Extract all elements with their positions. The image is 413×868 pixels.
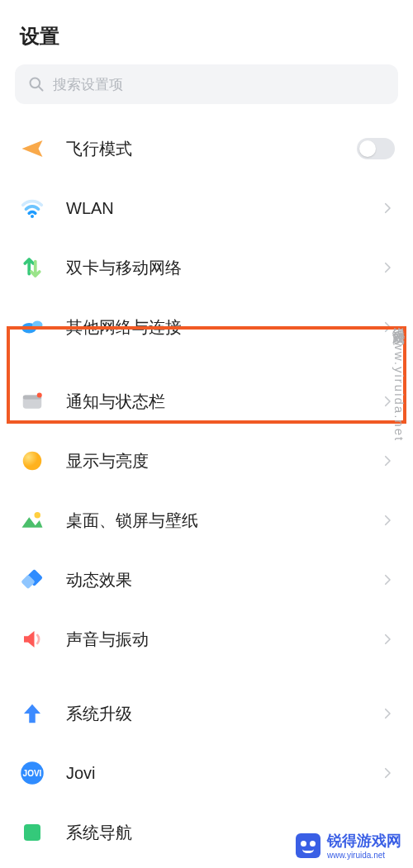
row-label: 动态效果 [66, 569, 380, 591]
jovi-icon: JOVI [18, 759, 46, 787]
row-sound-vibration[interactable]: 声音与振动 [0, 609, 413, 669]
banner-url: www.yiruida.net [327, 851, 401, 860]
svg-point-7 [37, 393, 42, 398]
sim-arrows-icon [18, 254, 46, 282]
cloud-link-icon [18, 313, 46, 341]
svg-point-4 [32, 321, 43, 330]
row-display-brightness[interactable]: 显示与亮度 [0, 431, 413, 491]
svg-point-8 [23, 452, 42, 471]
svg-point-9 [35, 512, 41, 519]
row-label: 声音与振动 [66, 628, 380, 651]
airplane-toggle[interactable] [357, 138, 395, 159]
svg-rect-14 [24, 824, 40, 841]
row-jovi[interactable]: JOVI Jovi [0, 743, 413, 803]
row-label: WLAN [66, 199, 380, 218]
row-notifications-statusbar[interactable]: 通知与状态栏 [0, 372, 413, 431]
svg-line-1 [39, 87, 43, 91]
svg-point-2 [31, 215, 34, 218]
wallpaper-icon [18, 506, 46, 534]
row-home-lock-wallpaper[interactable]: 桌面、锁屏与壁纸 [0, 491, 413, 550]
chevron-right-icon [380, 572, 395, 587]
settings-list: 飞行模式 WLAN 双卡与移动网络 [0, 119, 413, 862]
row-label: 飞行模式 [66, 138, 357, 160]
search-input[interactable]: 搜索设置项 [15, 64, 398, 104]
sun-icon [18, 447, 46, 475]
navigation-icon [18, 818, 46, 847]
page-title: 设置 [0, 0, 413, 64]
notification-bar-icon [18, 387, 46, 415]
search-icon [28, 76, 45, 92]
chevron-right-icon [380, 632, 395, 647]
speaker-icon [18, 625, 46, 653]
row-system-update[interactable]: 系统升级 [0, 684, 413, 743]
row-label: 双卡与移动网络 [66, 257, 380, 279]
banner-logo-icon [296, 833, 320, 858]
airplane-icon [18, 135, 46, 163]
source-banner: 锐得游戏网 www.yiruida.net [289, 828, 408, 863]
row-motion-effects[interactable]: 动态效果 [0, 550, 413, 609]
banner-title: 锐得游戏网 [327, 831, 401, 851]
row-dual-sim[interactable]: 双卡与移动网络 [0, 238, 413, 297]
row-airplane-mode[interactable]: 飞行模式 [0, 119, 413, 178]
row-wlan[interactable]: WLAN [0, 178, 413, 238]
chevron-right-icon [380, 766, 395, 780]
row-label: 显示与亮度 [66, 450, 380, 472]
watermark-text: 锐得游戏网 www.yiruida.net [383, 248, 413, 512]
row-other-connections[interactable]: 其他网络与连接 [0, 297, 413, 357]
row-label: 桌面、锁屏与壁纸 [66, 510, 380, 532]
chevron-right-icon [380, 513, 395, 528]
svg-text:JOVI: JOVI [23, 769, 42, 778]
row-label: 其他网络与连接 [66, 316, 380, 339]
upgrade-arrow-icon [18, 700, 46, 728]
search-placeholder: 搜索设置项 [53, 75, 123, 94]
chevron-right-icon [380, 706, 395, 721]
row-label: 系统升级 [66, 703, 380, 725]
wifi-icon [18, 194, 46, 222]
motion-icon [18, 566, 46, 594]
row-label: Jovi [66, 764, 380, 783]
chevron-right-icon [380, 201, 395, 216]
row-label: 通知与状态栏 [66, 391, 380, 413]
